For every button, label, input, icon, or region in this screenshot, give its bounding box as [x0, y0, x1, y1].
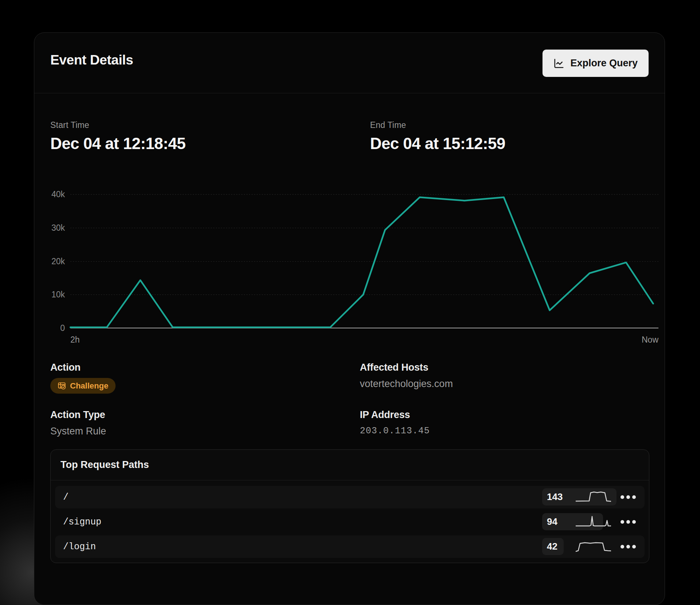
- request-sparkline: [576, 540, 611, 553]
- request-path-stats: 94: [542, 511, 645, 533]
- request-path-row: / 143: [55, 486, 645, 508]
- action-type-field: Action Type System Rule: [50, 409, 106, 437]
- action-type-value: System Rule: [50, 426, 106, 437]
- ellipsis-icon[interactable]: [621, 486, 636, 508]
- affected-hosts-label: Affected Hosts: [360, 362, 453, 373]
- y-tick-label: 30k: [51, 223, 65, 233]
- event-details-card: Event Details Explore Query Start Time D…: [34, 32, 665, 605]
- x-axis-label-start: 2h: [70, 335, 80, 345]
- action-label: Action: [50, 362, 116, 373]
- request-count-chip: 42: [542, 538, 564, 555]
- start-time-block: Start Time Dec 04 at 12:18:45: [50, 120, 186, 153]
- request-count: 94: [547, 516, 557, 527]
- chart-y-axis-ticks: 40k30k20k10k0: [34, 194, 65, 328]
- affected-hosts-field: Affected Hosts votertechologies.com: [360, 362, 453, 390]
- request-sparkline: [576, 516, 611, 528]
- chart-x-axis-labels: 2h Now: [70, 335, 658, 345]
- request-path: /signup: [63, 517, 101, 527]
- challenge-badge-label: Challenge: [70, 381, 108, 391]
- end-time-label: End Time: [370, 120, 505, 130]
- top-request-paths-title: Top Request Paths: [51, 450, 649, 480]
- y-tick-label: 20k: [51, 256, 65, 266]
- challenge-check-icon: [58, 382, 66, 390]
- explore-query-label: Explore Query: [570, 58, 638, 69]
- ellipsis-icon[interactable]: [621, 535, 636, 558]
- action-type-label: Action Type: [50, 409, 106, 421]
- request-path: /: [63, 492, 69, 503]
- challenge-badge: Challenge: [50, 378, 116, 394]
- ip-address-value: 203.0.113.45: [360, 426, 430, 436]
- ellipsis-icon[interactable]: [621, 511, 636, 533]
- request-path-stats: 143: [542, 486, 645, 508]
- request-path: /login: [63, 542, 96, 552]
- request-count: 42: [547, 541, 557, 552]
- end-time-value: Dec 04 at 15:12:59: [370, 134, 505, 153]
- ip-address-label: IP Address: [360, 409, 430, 421]
- affected-hosts-value: votertechologies.com: [360, 378, 453, 390]
- request-sparkline: [576, 491, 611, 503]
- request-count: 143: [547, 491, 563, 503]
- start-time-label: Start Time: [50, 120, 186, 130]
- ip-address-field: IP Address 203.0.113.45: [360, 409, 430, 436]
- y-tick-label: 0: [60, 323, 65, 333]
- x-axis-label-end: Now: [642, 335, 658, 345]
- start-time-value: Dec 04 at 12:18:45: [50, 134, 186, 153]
- top-request-paths-list: / 143 /signup 94 /logi: [51, 480, 649, 558]
- chart-line-series: [70, 194, 658, 328]
- action-field: Action Challenge: [50, 362, 116, 394]
- header-divider: [34, 93, 665, 93]
- end-time-block: End Time Dec 04 at 15:12:59: [370, 120, 505, 153]
- request-path-stats: 42: [542, 535, 645, 558]
- request-path-row: /login 42: [55, 535, 645, 558]
- explore-query-button[interactable]: Explore Query: [542, 50, 649, 77]
- request-path-row: /signup 94: [55, 511, 645, 533]
- page-title: Event Details: [50, 52, 133, 68]
- page-background: Event Details Explore Query Start Time D…: [0, 0, 700, 605]
- events-line-chart: [70, 194, 658, 328]
- line-chart-icon: [553, 58, 564, 69]
- top-request-paths-card: Top Request Paths / 143 /signup 94: [50, 449, 649, 563]
- y-tick-label: 10k: [51, 290, 65, 300]
- y-tick-label: 40k: [51, 190, 65, 199]
